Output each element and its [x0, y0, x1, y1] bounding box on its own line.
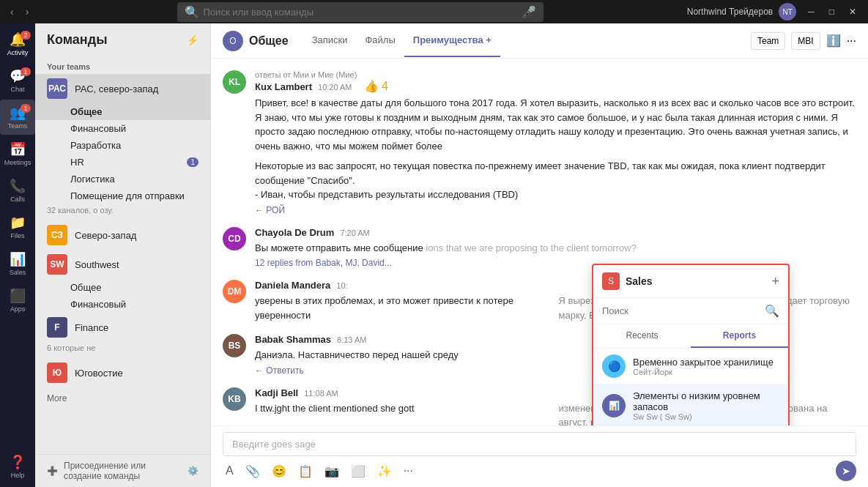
nav-back-button[interactable]: ‹ — [6, 3, 18, 21]
input-toolbar: A 📎 😊 📋 📷 ⬜ ✨ ··· ➤ — [223, 461, 856, 481]
channel-icon: О — [223, 31, 243, 51]
your-teams-label: Your teams — [35, 56, 210, 74]
files-label: Files — [10, 232, 24, 239]
activity-item-help[interactable]: ❓ Help — [0, 449, 35, 484]
popup-tab-reports[interactable]: Reports — [691, 324, 788, 348]
main-content: О Общее Записки Файлы Преимущества + Tea… — [211, 23, 868, 487]
plus-icon: ➕ — [47, 466, 58, 476]
more-options-button[interactable]: ··· — [847, 34, 856, 48]
titlebar: ‹ › 🔍 🎤 Northwind Трейдеров NT ─ □ ✕ — [0, 0, 868, 23]
more-tools[interactable]: ··· — [401, 463, 416, 479]
teams-label: Teams — [8, 122, 28, 130]
channel-item-obshee[interactable]: Общее — [35, 103, 210, 120]
sparkle-tool[interactable]: ✨ — [374, 463, 395, 480]
message-header-chayola: Chayola De Drum 7:20 AM — [255, 227, 856, 238]
channel-item-sw-obshee[interactable]: Общее — [35, 279, 210, 296]
nav-forward-button[interactable]: › — [21, 3, 34, 21]
help-icon: ❓ — [10, 454, 26, 470]
channel-item-pomeshenie[interactable]: Помещение для отправки — [35, 187, 210, 204]
team-item-pac[interactable]: РАС РАС, северо-запад ··· — [35, 74, 210, 103]
mbi-button[interactable]: MBI — [791, 32, 820, 50]
team-icon-southwest: SW — [47, 254, 67, 275]
activity-item-meetings[interactable]: 📅 Meetings — [0, 136, 35, 171]
image-tool[interactable]: 📷 — [322, 463, 342, 480]
search-bar[interactable]: 🔍 🎤 — [177, 2, 544, 22]
sidebar-title: Команды — [47, 32, 108, 48]
team-icon-northwest: СЗ — [47, 225, 67, 245]
sidebar-footer[interactable]: ➕ Присоединение или создание команды ⚙️ — [35, 454, 210, 487]
team-icon-finance: F — [47, 317, 67, 338]
close-button[interactable]: ✕ — [843, 4, 862, 20]
teams-badge: 1 — [21, 104, 31, 113]
sales-label: Sales — [10, 269, 26, 276]
emoji-tool[interactable]: 😊 — [269, 463, 289, 480]
popup-title-row: S Sales — [602, 272, 653, 290]
team-button[interactable]: Team — [751, 32, 785, 50]
format-text-tool[interactable]: A — [223, 463, 237, 479]
team-item-yugovostie[interactable]: Ю Юговостие ··· — [35, 358, 210, 387]
maximize-button[interactable]: □ — [823, 4, 840, 20]
time-chayola: 7:20 AM — [340, 228, 369, 237]
channel-header-left: О Общее Записки Файлы Преимущества + — [223, 24, 500, 57]
more-label[interactable]: More — [35, 387, 210, 409]
message-group-lambert: KL ответы от Мии и Мие (Мие) Кux Lambert… — [223, 70, 856, 215]
message-input-box[interactable]: Введите goes sage — [223, 432, 856, 456]
tab-faily[interactable]: Файлы — [356, 24, 404, 57]
popup-item-sub-2: Sw Sw ( Sw Sw) — [633, 412, 779, 421]
settings-icon[interactable]: ⚙️ — [188, 466, 199, 476]
screen-tool[interactable]: ⬜ — [348, 463, 368, 480]
main-container: 🔔 Activity 2 💬 Chat 1 👥 Teams 1 📅 Meetin… — [0, 23, 868, 487]
text-daniela: уверены в этих проблемах, и это может пр… — [255, 294, 553, 322]
search-icon: 🔍 — [185, 5, 199, 19]
tab-zapiski[interactable]: Записки — [303, 24, 357, 57]
popup-search[interactable]: 🔍 — [593, 298, 788, 324]
clipboard-tool[interactable]: 📋 — [295, 463, 316, 480]
popup-item-info-2: Элементы о низким уровнем запасов Sw Sw … — [633, 390, 779, 421]
meetings-label: Meetings — [4, 159, 31, 166]
info-button[interactable]: ℹ️ — [826, 34, 841, 48]
search-input[interactable] — [204, 7, 517, 18]
time-daniela: 10: — [336, 281, 347, 290]
activity-item-files[interactable]: 📁 Files — [0, 209, 35, 245]
activity-item-calls[interactable]: 📞 Calls — [0, 173, 35, 208]
tab-preimushchestva[interactable]: Преимущества + — [404, 24, 500, 57]
activity-item-chat[interactable]: 💬 Chat 1 — [0, 63, 35, 98]
pac-sub-info: 32 каналов, о озу. — [35, 204, 210, 220]
popup-item-1[interactable]: 🔵 Временно закрытое хранилище Сейт-Йорк — [593, 349, 788, 384]
popup-item-icon-1: 🔵 — [602, 354, 626, 378]
popup-item-2[interactable]: 📊 Элементы о низким уровнем запасов Sw S… — [593, 384, 788, 425]
channel-item-sw-finansoviy[interactable]: Финансовый — [35, 296, 210, 313]
avatar-lambert: KL — [223, 70, 246, 94]
attach-tool[interactable]: 📎 — [242, 463, 263, 480]
reply-from: ответы от Мии и Мие (Мие) — [255, 70, 856, 79]
text-chayola: Вы можете отправить мне сообщение ions t… — [255, 241, 856, 256]
apps-label: Apps — [10, 305, 26, 313]
filter-button[interactable]: ⚡ — [186, 34, 199, 46]
channel-item-finansoviy[interactable]: Финансовый — [35, 120, 210, 137]
nav-controls: ‹ › — [6, 3, 33, 21]
team-item-southwest[interactable]: SW Southwest ··· — [35, 250, 210, 279]
channel-header-right: Team MBI ℹ️ ··· — [751, 32, 856, 50]
channel-item-hr[interactable]: HR 1 — [35, 154, 210, 171]
activity-item-teams[interactable]: 👥 Teams 1 — [0, 100, 35, 135]
team-item-northwest[interactable]: СЗ Северо-запад ··· — [35, 220, 210, 250]
send-button[interactable]: ➤ — [836, 461, 856, 481]
team-item-finance[interactable]: F Finance ··· — [35, 313, 210, 342]
activity-item-apps[interactable]: ⬛ Apps — [0, 283, 35, 318]
popup-icon: S — [602, 272, 620, 290]
popup-tab-recents[interactable]: Recents — [593, 324, 691, 348]
author-daniela: Daniela Mandera — [255, 280, 330, 291]
team-name-northwest: Северо-запад — [75, 230, 199, 241]
team-name-yugovostie: Юговостие — [75, 368, 199, 379]
popup-add-button[interactable]: + — [771, 274, 779, 289]
sales-icon: 📊 — [10, 251, 26, 267]
channel-item-razrabotka[interactable]: Разработка — [35, 137, 210, 154]
finance-sub-info: 6 которые не — [35, 342, 210, 358]
activity-item-activity[interactable]: 🔔 Activity 2 — [0, 26, 35, 62]
time-kadji: 11:08 AM — [304, 389, 338, 398]
minimize-button[interactable]: ─ — [802, 4, 820, 20]
reply-roy[interactable]: ← РОЙ — [255, 205, 856, 215]
activity-item-sales[interactable]: 📊 Sales — [0, 246, 35, 281]
channel-item-logistika[interactable]: Логистика — [35, 171, 210, 187]
popup-search-input[interactable] — [602, 305, 759, 316]
